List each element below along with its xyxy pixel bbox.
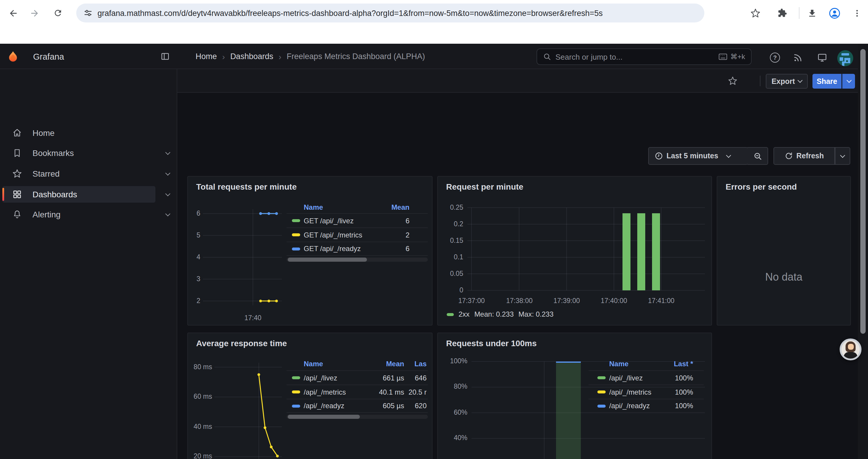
legend-row[interactable]: /api/_/metrics 100% (589, 385, 704, 399)
line-chart (200, 206, 285, 311)
series-name[interactable]: /api/_/livez (609, 374, 663, 382)
dock-sidebar-icon[interactable] (161, 52, 169, 61)
user-avatar[interactable] (837, 50, 853, 66)
series-color-pill[interactable] (292, 219, 300, 222)
series-name[interactable]: GET /api/_/livez (304, 217, 382, 225)
browser-toolbar: grafana.mathmast.com/d/deytv4rwavabkb/fr… (0, 0, 868, 26)
refresh-interval-button[interactable] (835, 147, 850, 165)
back-button[interactable] (5, 5, 21, 21)
col-mean[interactable]: Mean (371, 360, 404, 368)
forward-icon (29, 8, 39, 18)
panel-requests-under-100ms[interactable]: Requests under 100ms 100% 80% 60% 40% 20… (437, 333, 712, 459)
series-color-pill[interactable] (597, 404, 606, 407)
legend-scrollbar[interactable] (286, 415, 428, 419)
legend-scrollbar-thumb[interactable] (288, 415, 360, 419)
reload-button[interactable] (50, 5, 66, 21)
breadcrumb-dashboards[interactable]: Dashboards (230, 52, 273, 61)
chevron-down-icon[interactable] (165, 171, 170, 176)
profile-button[interactable] (826, 5, 843, 21)
news-rss-icon[interactable] (793, 53, 803, 63)
series-name[interactable]: 2xx (459, 310, 469, 319)
help-icon[interactable]: ? (770, 53, 780, 63)
series-name[interactable]: /api/_/metrics (609, 388, 663, 396)
legend-row[interactable]: GET /api/_/readyz 6 (286, 241, 428, 256)
sidebar-item-home[interactable]: Home (2, 125, 155, 141)
forward-button[interactable] (26, 5, 42, 21)
col-name[interactable]: Name (609, 360, 663, 368)
y-tick: 40 ms (188, 423, 212, 430)
col-name[interactable]: Name (304, 203, 382, 211)
chevron-down-icon[interactable] (165, 211, 170, 217)
series-color-pill[interactable] (597, 391, 606, 393)
series-color-pill[interactable] (292, 376, 300, 379)
breadcrumb-home[interactable]: Home (195, 52, 217, 61)
col-name[interactable]: Name (304, 360, 371, 368)
panel-request-per-minute[interactable]: Request per minute 0.25 0.2 0.15 0.1 0.0… (437, 176, 712, 326)
breadcrumb: Home › Dashboards › Freeleaps Metrics Da… (195, 44, 425, 69)
col-mean[interactable]: Mean (382, 203, 409, 211)
panel-errors-per-second[interactable]: Errors per second No data (717, 176, 851, 326)
grafana-header: Grafana Home › Dashboards › Freeleaps Me… (0, 44, 868, 69)
bookmark-star-button[interactable] (747, 5, 764, 21)
series-last: 100% (663, 388, 693, 396)
series-color-pill[interactable] (292, 247, 300, 250)
series-color-pill[interactable] (292, 391, 300, 393)
series-color-pill[interactable] (447, 313, 454, 316)
legend-row[interactable]: GET /api/_/metrics 2 (286, 227, 428, 241)
series-name[interactable]: /api/_/readyz (609, 402, 663, 410)
chevron-down-icon[interactable] (165, 150, 170, 155)
export-button[interactable]: Export (766, 74, 808, 89)
y-tick: 100% (438, 357, 467, 364)
floating-assistant-avatar[interactable] (840, 338, 862, 360)
sidebar-item-label: Home (32, 128, 55, 138)
legend-row[interactable]: /api/_/livez 100% (589, 370, 704, 385)
legend-row[interactable]: /api/_/livez 661 µs 646 (286, 370, 428, 385)
download-icon (807, 8, 817, 18)
help-glyph: ? (773, 54, 777, 61)
legend-row[interactable]: /api/_/readyz 605 µs 620 (286, 399, 428, 413)
extensions-button[interactable] (774, 5, 790, 21)
legend-scrollbar-thumb[interactable] (288, 258, 367, 262)
sidebar-item-alerting[interactable]: Alerting (2, 206, 155, 223)
favorite-dashboard-star-icon[interactable] (728, 76, 737, 86)
time-range-picker[interactable]: Last 5 minutes (648, 147, 748, 165)
panel-total-requests[interactable]: Total requests per minute 6 5 4 3 2 17:4… (187, 176, 433, 326)
legend-row[interactable]: /api/_/readyz 100% (589, 399, 704, 413)
series-name[interactable]: /api/_/livez (304, 374, 371, 382)
legend-scrollbar[interactable] (286, 258, 428, 262)
chevron-down-icon[interactable] (165, 191, 170, 196)
downloads-button[interactable] (804, 5, 820, 21)
kiosk-monitor-icon[interactable] (817, 53, 827, 63)
sidebar-item-starred[interactable]: Starred (2, 165, 155, 182)
series-mean: 6 (382, 244, 409, 253)
page-scrollbar-thumb[interactable] (860, 49, 866, 334)
url-bar[interactable]: grafana.mathmast.com/d/deytv4rwavabkb/fr… (76, 4, 704, 23)
sidebar-item-bookmarks[interactable]: Bookmarks (2, 145, 155, 161)
search-input[interactable]: Search or jump to... ⌘+k (536, 48, 752, 65)
zoom-out-time-button[interactable] (747, 147, 768, 165)
series-name[interactable]: /api/_/readyz (304, 402, 371, 410)
legend-row[interactable]: /api/_/metrics 40.1 ms 20.5 r (286, 385, 428, 399)
series-name[interactable]: GET /api/_/readyz (304, 244, 382, 253)
col-last[interactable]: Last * (663, 360, 693, 368)
share-menu-button[interactable] (842, 74, 855, 89)
panel-avg-response-time[interactable]: Average response time 80 ms 60 ms 40 ms … (187, 333, 433, 459)
series-color-pill[interactable] (597, 376, 606, 379)
share-button[interactable]: Share (812, 74, 841, 89)
series-name[interactable]: /api/_/metrics (304, 388, 371, 396)
brand-wordmark[interactable]: Grafana (33, 52, 64, 61)
page-scrollbar[interactable] (858, 44, 868, 459)
series-name[interactable]: GET /api/_/metrics (304, 231, 382, 239)
url-text[interactable]: grafana.mathmast.com/d/deytv4rwavabkb/fr… (97, 8, 603, 18)
series-color-pill[interactable] (292, 233, 300, 236)
series-color-pill[interactable] (292, 404, 300, 407)
legend-row[interactable]: GET /api/_/livez 6 (286, 213, 428, 227)
refresh-button[interactable]: Refresh (773, 147, 835, 165)
share-label: Share (816, 77, 837, 85)
col-last[interactable]: Las (404, 360, 427, 368)
browser-menu-button[interactable] (848, 5, 865, 21)
sidebar-item-dashboards[interactable]: Dashboards (2, 186, 155, 203)
grafana-logo[interactable] (7, 50, 19, 63)
shortcut-text: ⌘+k (730, 53, 745, 61)
site-settings-icon[interactable] (83, 8, 93, 18)
